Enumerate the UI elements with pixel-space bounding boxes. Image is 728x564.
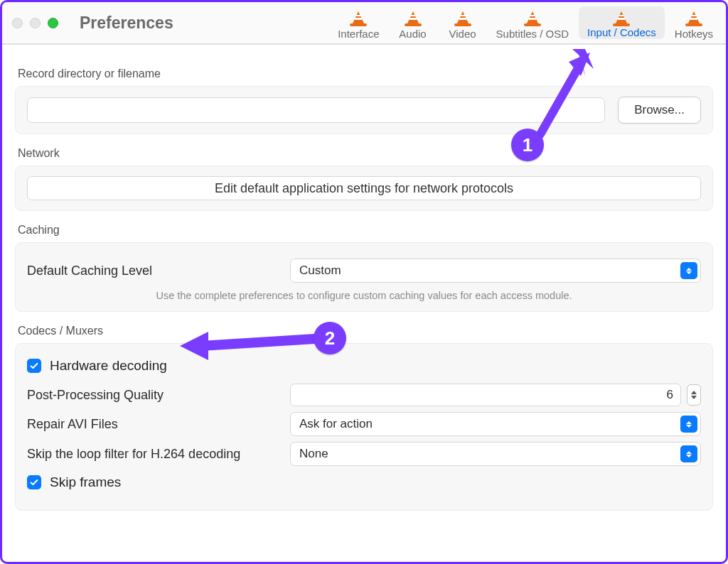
network-settings-button[interactable]: Edit default application settings for ne…	[27, 176, 701, 200]
tab-video[interactable]: Video	[438, 2, 488, 43]
skip-frames-checkbox-row[interactable]: Skip frames	[27, 474, 701, 490]
chevron-down-icon	[687, 396, 700, 399]
postproc-stepper[interactable]	[687, 384, 701, 406]
skip-frames-label: Skip frames	[50, 474, 121, 490]
chevron-up-icon	[687, 391, 700, 394]
annotation-badge-2: 2	[314, 322, 346, 354]
select-value: Custom	[299, 264, 341, 278]
hardware-decoding-checkbox-row[interactable]: Hardware decoding	[27, 358, 701, 374]
window-minimize-button[interactable]	[30, 18, 41, 28]
tab-audio[interactable]: Audio	[388, 2, 438, 43]
record-panel: Browse...	[15, 86, 713, 134]
repair-avi-label: Repair AVI Files	[27, 417, 290, 432]
hardware-decoding-label: Hardware decoding	[50, 358, 167, 374]
postproc-value-input[interactable]: 6	[290, 384, 681, 406]
content-area: Record directory or filename Browse... N…	[2, 45, 726, 562]
cone-icon	[453, 8, 473, 28]
chevron-updown-icon	[680, 416, 697, 433]
checkbox-checked-icon	[27, 475, 41, 489]
cone-icon	[348, 8, 368, 28]
section-label-record: Record directory or filename	[18, 67, 710, 80]
tab-label: Video	[449, 28, 476, 40]
preferences-window: Preferences Interface Audio Video Subtit…	[0, 0, 728, 564]
window-title: Preferences	[80, 13, 173, 33]
browse-button[interactable]: Browse...	[618, 97, 701, 124]
skiploop-label: Skip the loop filter for H.264 decoding	[27, 447, 290, 462]
tab-label: Input / Codecs	[587, 26, 656, 38]
tab-input-codecs[interactable]: Input / Codecs	[579, 6, 665, 39]
tab-label: Interface	[338, 28, 379, 40]
window-controls	[12, 18, 58, 28]
tab-hotkeys[interactable]: Hotkeys	[666, 2, 722, 43]
codecs-panel: Hardware decoding Post-Processing Qualit…	[15, 343, 713, 511]
section-label-network: Network	[18, 147, 710, 160]
postproc-label: Post-Processing Quality	[27, 388, 290, 403]
select-value: None	[299, 447, 328, 461]
cone-icon	[403, 8, 423, 28]
window-zoom-button[interactable]	[48, 18, 58, 28]
caching-hint: Use the complete preferences to configur…	[27, 290, 701, 301]
preferences-tabs: Interface Audio Video Subtitles / OSD In…	[329, 2, 722, 43]
chevron-updown-icon	[680, 262, 697, 279]
tab-subtitles-osd[interactable]: Subtitles / OSD	[488, 2, 578, 43]
cone-icon	[523, 8, 542, 28]
section-label-caching: Caching	[18, 224, 710, 237]
caching-level-label: Default Caching Level	[27, 264, 290, 278]
select-value: Ask for action	[299, 417, 373, 431]
titlebar: Preferences Interface Audio Video Subtit…	[2, 2, 726, 45]
cone-icon	[611, 9, 631, 26]
skiploop-select[interactable]: None	[290, 442, 701, 466]
caching-panel: Default Caching Level Custom Use the com…	[15, 242, 713, 312]
tab-label: Subtitles / OSD	[496, 28, 569, 40]
section-label-codecs: Codecs / Muxers	[18, 325, 710, 337]
cone-icon	[684, 8, 704, 28]
chevron-updown-icon	[680, 445, 697, 462]
record-path-input[interactable]	[27, 97, 605, 123]
tab-label: Audio	[399, 28, 426, 40]
window-close-button[interactable]	[12, 18, 23, 28]
network-panel: Edit default application settings for ne…	[15, 166, 713, 211]
checkbox-checked-icon	[27, 359, 41, 373]
annotation-badge-1: 1	[511, 129, 544, 161]
caching-level-select[interactable]: Custom	[290, 259, 701, 283]
tab-interface[interactable]: Interface	[329, 2, 387, 43]
repair-avi-select[interactable]: Ask for action	[290, 412, 701, 436]
tab-label: Hotkeys	[675, 28, 713, 40]
